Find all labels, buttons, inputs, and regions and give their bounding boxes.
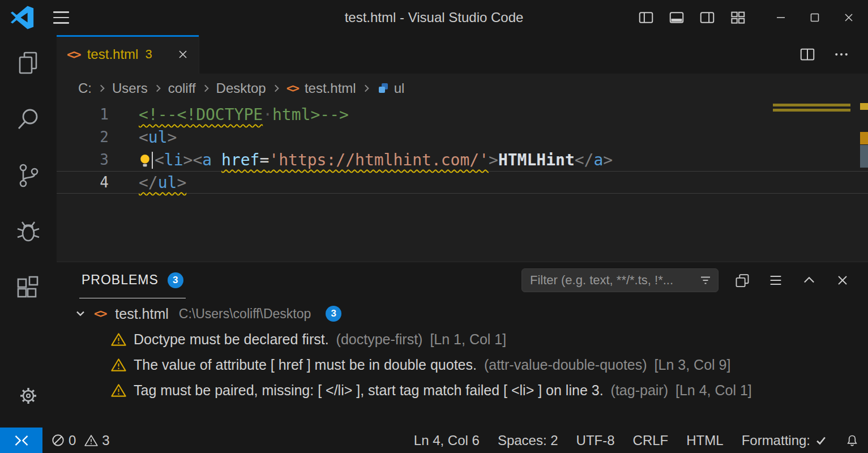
problems-tree: <> test.html C:\Users\coliff\Desktop 3 D… <box>57 298 868 403</box>
formatting-label: Formatting: <box>742 433 810 448</box>
eol-status[interactable]: CRLF <box>624 428 678 453</box>
html-file-icon: <> <box>94 307 108 320</box>
cursor-position-status[interactable]: Ln 4, Col 6 <box>405 428 489 453</box>
tab-problem-count: 3 <box>145 47 152 62</box>
search-icon[interactable] <box>0 91 57 147</box>
overview-ruler-mark <box>860 132 868 144</box>
source-control-icon[interactable] <box>0 147 57 203</box>
close-window-button[interactable] <box>836 5 861 30</box>
chevron-down-icon[interactable] <box>74 307 87 320</box>
text-cursor <box>152 152 153 169</box>
problems-status[interactable]: 0 3 <box>42 428 123 453</box>
problem-position: [Ln 1, Col 1] <box>430 331 506 348</box>
problem-position: [Ln 3, Col 9] <box>655 357 731 373</box>
problems-panel: PROBLEMS 3 <box>57 262 868 428</box>
more-actions-icon[interactable] <box>832 45 851 64</box>
line-number: 1 <box>57 106 109 123</box>
problem-position: [Ln 4, Col 1] <box>675 382 752 399</box>
html-file-icon: <> <box>287 82 301 95</box>
editor[interactable]: 1<!--<!DOCTYPE·html>-->2<ul>3<li><a href… <box>57 103 868 262</box>
vscode-logo-icon <box>10 6 34 29</box>
html-file-icon: <> <box>67 47 83 62</box>
explorer-icon[interactable] <box>0 35 57 91</box>
indentation-status[interactable]: Spaces: 2 <box>489 428 567 453</box>
encoding-status[interactable]: UTF-8 <box>567 428 624 453</box>
breadcrumb-item-coliff[interactable]: coliff <box>168 80 196 96</box>
collapse-all-icon[interactable] <box>766 271 785 290</box>
filter-input[interactable] <box>530 273 699 288</box>
code-line-1[interactable]: 1<!--<!DOCTYPE·html>--> <box>57 103 868 126</box>
toggle-primary-sidebar-icon[interactable] <box>635 6 657 29</box>
tab-test-html[interactable]: <> test.html 3 <box>57 35 199 74</box>
tab-problems[interactable]: PROBLEMS 3 <box>79 262 186 298</box>
problem-message: The value of attribute [ href ] must be … <box>134 357 477 373</box>
language-mode-status[interactable]: HTML <box>677 428 732 453</box>
toggle-panel-icon[interactable] <box>665 6 688 29</box>
status-bar: 0 3 Ln 4, Col 6 Spaces: 2 UTF-8 CRLF HTM… <box>0 428 868 453</box>
close-tab-icon[interactable] <box>176 48 190 61</box>
problem-source: (attr-value-double-quotes) <box>484 357 647 373</box>
overview-ruler-mark <box>860 103 868 110</box>
symbol-icon <box>377 82 390 95</box>
problem-source: (tag-pair) <box>611 382 668 399</box>
breadcrumb-item-users[interactable]: Users <box>112 80 148 96</box>
remote-indicator[interactable] <box>0 428 42 453</box>
chevron-right-icon <box>361 83 371 93</box>
problems-count-badge: 3 <box>168 272 183 288</box>
problem-row-1[interactable]: Doctype must be declared first.(doctype-… <box>57 327 868 352</box>
breadcrumb-label: C: <box>78 80 92 96</box>
scrollbar-slider[interactable] <box>860 145 868 168</box>
line-number: 4 <box>57 174 109 191</box>
breadcrumb-label: Desktop <box>216 80 266 96</box>
problem-message: Doctype must be declared first. <box>134 331 329 348</box>
problems-list: Doctype must be declared first.(doctype-… <box>57 327 868 403</box>
problem-row-3[interactable]: Tag must be paired, missing: [ </li> ], … <box>57 378 868 403</box>
customize-layout-icon[interactable] <box>726 6 749 29</box>
breadcrumb-item-c[interactable]: C: <box>78 80 92 96</box>
lightbulb-icon[interactable] <box>139 153 151 168</box>
toggle-secondary-sidebar-icon[interactable] <box>696 6 719 29</box>
line-number: 2 <box>57 129 109 146</box>
problems-filter[interactable] <box>521 268 719 292</box>
code-line-2[interactable]: 2<ul> <box>57 126 868 148</box>
code-lines: 1<!--<!DOCTYPE·html>-->2<ul>3<li><a href… <box>57 103 868 194</box>
view-as-table-icon[interactable] <box>733 271 752 290</box>
close-panel-icon[interactable] <box>833 271 852 290</box>
filter-icon <box>699 273 712 287</box>
minimap-warning-mark <box>773 104 850 106</box>
code-line-4[interactable]: 4</ul> <box>57 171 868 194</box>
warning-count: 3 <box>102 433 109 448</box>
error-count: 0 <box>69 433 76 448</box>
problem-source: (doctype-first) <box>336 331 423 348</box>
problems-file-name: test.html <box>115 306 168 322</box>
split-editor-icon[interactable] <box>798 45 817 64</box>
chevron-right-icon <box>271 83 281 93</box>
breadcrumb-item-testhtml[interactable]: <>test.html <box>287 80 356 96</box>
tab-bar: <> test.html 3 <box>57 35 868 74</box>
warning-icon <box>111 383 126 398</box>
problems-file-row[interactable]: <> test.html C:\Users\coliff\Desktop 3 <box>57 301 868 327</box>
tab-label: test.html <box>87 46 139 62</box>
settings-gear-icon[interactable] <box>0 372 57 420</box>
extensions-icon[interactable] <box>0 259 57 315</box>
minimap-warning-mark <box>773 109 850 112</box>
problem-message: Tag must be paired, missing: [ </li> ], … <box>134 382 604 399</box>
panel-header: PROBLEMS 3 <box>57 262 868 298</box>
breadcrumb-label: coliff <box>168 80 196 96</box>
problem-row-2[interactable]: The value of attribute [ href ] must be … <box>57 352 868 378</box>
code-line-3[interactable]: 3<li><a href='https://htmlhint.com/'>HTM… <box>57 148 868 171</box>
notifications-bell-icon[interactable] <box>836 428 868 453</box>
errors-icon <box>52 434 65 447</box>
breadcrumb-item-desktop[interactable]: Desktop <box>216 80 266 96</box>
activity-bar <box>0 35 57 428</box>
maximize-panel-icon[interactable] <box>799 271 819 290</box>
breadcrumb-item-ul[interactable]: ul <box>377 80 405 96</box>
problems-tab-label: PROBLEMS <box>82 272 159 288</box>
menu-icon[interactable] <box>53 11 69 24</box>
minimize-button[interactable] <box>768 5 793 30</box>
run-debug-icon[interactable] <box>0 203 57 259</box>
formatting-status[interactable]: Formatting: <box>733 428 836 453</box>
maximize-button[interactable] <box>802 5 827 30</box>
breadcrumb-label: test.html <box>305 80 356 96</box>
breadcrumb-label: Users <box>112 80 148 96</box>
